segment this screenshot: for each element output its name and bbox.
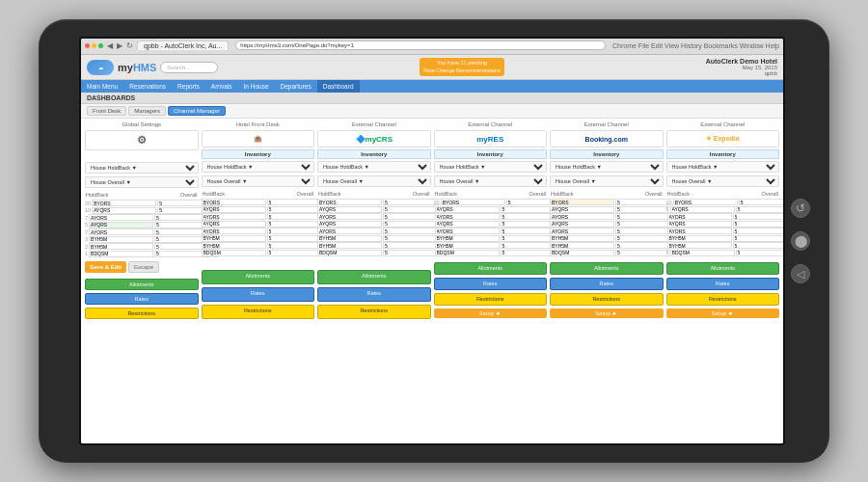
hb-input[interactable] <box>550 235 614 242</box>
myres-overall-select[interactable]: House Overall ▼ <box>434 175 548 187</box>
hb-input[interactable] <box>441 199 505 205</box>
hb-input[interactable] <box>435 242 500 249</box>
expedia-overall-select[interactable]: House Overall ▼ <box>666 175 780 187</box>
hb-input[interactable] <box>92 207 156 214</box>
hb-input[interactable] <box>435 221 500 228</box>
subtab-channel-manager[interactable]: Channel Manager <box>168 106 226 116</box>
rates-btn-global[interactable]: Rates <box>85 293 199 305</box>
hb-input[interactable] <box>670 250 735 256</box>
hb-input[interactable] <box>550 206 614 213</box>
hotel-overall-select[interactable]: House Overall ▼ <box>202 175 315 187</box>
hb-input[interactable] <box>89 236 153 243</box>
nav-main-menu[interactable]: Main Menu <box>81 80 123 93</box>
hb-input[interactable] <box>667 235 732 242</box>
hb-input[interactable] <box>667 242 732 249</box>
hb-input[interactable] <box>435 206 500 213</box>
hb-input[interactable] <box>317 228 382 234</box>
hotel-holdback-select[interactable]: House HoldBack ▼ <box>202 161 315 173</box>
forward-button[interactable]: ▶ <box>116 41 123 50</box>
restrictions-btn-expedia[interactable]: Restrictions <box>666 293 780 306</box>
rates-btn-booking[interactable]: Rates <box>550 278 664 290</box>
hb-input[interactable] <box>89 251 153 257</box>
hb-input[interactable] <box>202 213 266 220</box>
hb-input[interactable] <box>550 242 614 249</box>
hb-input[interactable] <box>317 250 382 256</box>
hb-input[interactable] <box>92 200 156 206</box>
mycrs-holdback-select[interactable]: House HoldBack ▼ <box>317 161 431 173</box>
hb-input[interactable] <box>435 228 500 234</box>
nav-reservations[interactable]: Reservations <box>123 80 172 93</box>
hb-input[interactable] <box>435 213 500 220</box>
save-edit-button[interactable]: Save & Edit <box>85 261 126 273</box>
rates-btn-hotel[interactable]: Rates <box>202 287 315 302</box>
nav-dashboard[interactable]: Dashboard <box>317 80 360 93</box>
hb-input[interactable] <box>89 228 153 235</box>
hb-input[interactable] <box>667 228 732 234</box>
setup-btn-myres[interactable]: Setup ► <box>434 308 548 318</box>
home-btn[interactable]: ⬤ <box>791 231 810 251</box>
restrictions-btn-myres[interactable]: Restrictions <box>434 293 548 306</box>
hb-input[interactable] <box>667 213 732 220</box>
escape-button[interactable]: Escape <box>128 261 159 273</box>
mycrs-overall-select[interactable]: House Overall ▼ <box>317 175 431 187</box>
minimize-dot[interactable] <box>92 43 96 48</box>
subtab-front-desk[interactable]: Front Desk <box>87 106 126 116</box>
hb-overall[interactable] <box>736 250 783 256</box>
hb-input[interactable] <box>202 235 266 242</box>
hb-input[interactable] <box>317 235 382 242</box>
allotments-btn-global[interactable]: Allotments <box>85 279 199 290</box>
hb-overall[interactable] <box>733 228 784 234</box>
allotments-btn-hotel[interactable]: Allotments <box>202 270 315 284</box>
global-overall-select[interactable]: House Overall ▼ <box>85 176 199 188</box>
hb-input[interactable] <box>317 199 382 205</box>
hb-overall[interactable] <box>736 206 783 213</box>
booking-holdback-select[interactable]: House HoldBack ▼ <box>550 161 664 173</box>
hb-input[interactable] <box>317 206 382 213</box>
hb-input[interactable] <box>550 250 614 256</box>
restrictions-btn-booking[interactable]: Restrictions <box>550 293 664 306</box>
hb-input[interactable] <box>317 213 382 220</box>
menu-btn[interactable]: ◁ <box>791 264 810 283</box>
hb-overall[interactable] <box>739 199 783 205</box>
hb-input[interactable] <box>670 206 735 213</box>
restrictions-btn-global[interactable]: Restrictions <box>85 308 199 319</box>
hb-input[interactable] <box>202 242 266 249</box>
hb-input[interactable] <box>317 221 382 228</box>
myres-holdback-select[interactable]: House HoldBack ▼ <box>434 161 548 173</box>
subtab-managers[interactable]: Managers <box>128 106 166 116</box>
hb-input[interactable] <box>550 199 614 205</box>
notification-banner[interactable]: You have 11 pendingRate Change Recommend… <box>420 58 504 75</box>
allotments-btn-booking[interactable]: Allotments <box>550 262 664 275</box>
nav-reports[interactable]: Reports <box>172 80 205 93</box>
hb-input[interactable] <box>202 221 266 228</box>
rates-btn-expedia[interactable]: Rates <box>666 278 780 290</box>
restrictions-btn-hotel[interactable]: Restrictions <box>202 305 315 319</box>
back-button[interactable]: ◀ <box>106 41 114 50</box>
header-search[interactable]: Search... <box>160 62 218 73</box>
hb-input[interactable] <box>202 228 266 234</box>
hb-overall[interactable] <box>733 213 784 220</box>
hb-input[interactable] <box>667 221 732 228</box>
hb-overall[interactable] <box>733 221 784 228</box>
allotments-btn-mycrs[interactable]: Allotments <box>317 270 431 284</box>
nav-departures[interactable]: Departures <box>275 80 317 93</box>
maximize-dot[interactable] <box>98 43 103 48</box>
setup-btn-expedia[interactable]: Setup ► <box>666 308 780 318</box>
rates-btn-myres[interactable]: Rates <box>434 278 548 290</box>
reload-button[interactable]: ↻ <box>125 41 134 50</box>
nav-arrivals[interactable]: Arrivals <box>205 80 238 93</box>
hb-overall[interactable] <box>733 235 784 242</box>
browser-tab[interactable]: qpbb - AutoClerk Inc, Au... <box>137 40 229 50</box>
setup-btn-booking[interactable]: Setup ► <box>550 308 664 318</box>
hb-input[interactable] <box>89 243 153 250</box>
hb-input[interactable] <box>550 213 614 220</box>
restrictions-btn-mycrs[interactable]: Restrictions <box>317 305 431 319</box>
hb-input[interactable] <box>550 221 614 228</box>
hb-input[interactable] <box>673 199 738 205</box>
hb-input[interactable] <box>435 235 500 242</box>
back-btn[interactable]: ↺ <box>791 199 810 218</box>
hb-overall[interactable] <box>733 242 784 249</box>
hb-input[interactable] <box>89 214 153 221</box>
allotments-btn-myres[interactable]: Allotments <box>434 262 548 275</box>
hb-input[interactable] <box>317 242 382 249</box>
